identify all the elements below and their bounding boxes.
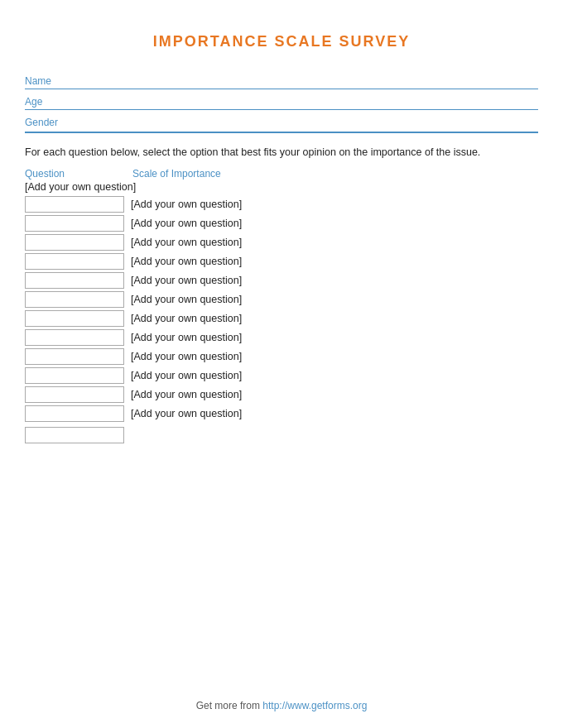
gender-label: Gender bbox=[25, 117, 538, 128]
table-row: [Add your own question] bbox=[25, 367, 538, 384]
question-input-5[interactable] bbox=[25, 291, 124, 308]
question-input-1[interactable] bbox=[25, 215, 124, 232]
question-input-0[interactable] bbox=[25, 196, 124, 213]
table-row: [Add your own question] bbox=[25, 291, 538, 308]
table-row: [Add your own question] bbox=[25, 310, 538, 327]
table-row: [Add your own question] bbox=[25, 386, 538, 403]
page-title: IMPORTANCE SCALE SURVEY bbox=[25, 33, 538, 50]
question-rows: [Add your own question][Add your own que… bbox=[25, 196, 538, 422]
table-row: [Add your own question] bbox=[25, 196, 538, 213]
question-text-9: [Add your own question] bbox=[131, 370, 242, 381]
question-text-1: [Add your own question] bbox=[131, 218, 242, 229]
question-text-10: [Add your own question] bbox=[131, 389, 242, 400]
instructions: For each question below, select the opti… bbox=[25, 146, 538, 158]
table-row: [Add your own question] bbox=[25, 329, 538, 346]
age-label: Age bbox=[25, 96, 538, 108]
question-input-3[interactable] bbox=[25, 253, 124, 270]
gender-line bbox=[25, 132, 538, 133]
table-row: [Add your own question] bbox=[25, 234, 538, 251]
question-text-2: [Add your own question] bbox=[131, 237, 242, 248]
question-text-4: [Add your own question] bbox=[131, 275, 242, 286]
question-input-9[interactable] bbox=[25, 367, 124, 384]
question-text-0: [Add your own question] bbox=[131, 199, 242, 210]
table-row: [Add your own question] bbox=[25, 405, 538, 422]
question-col-header: Question bbox=[25, 168, 132, 180]
table-row: [Add your own question] bbox=[25, 272, 538, 289]
question-input-11[interactable] bbox=[25, 405, 124, 422]
name-line bbox=[25, 89, 538, 89]
last-input[interactable] bbox=[25, 427, 124, 443]
table-row: [Add your own question] bbox=[25, 253, 538, 270]
question-text-5: [Add your own question] bbox=[131, 294, 242, 305]
question-input-2[interactable] bbox=[25, 234, 124, 251]
last-input-row bbox=[25, 424, 538, 443]
footer-link[interactable]: http://www.getforms.org bbox=[262, 700, 367, 711]
table-row: [Add your own question] bbox=[25, 215, 538, 232]
question-input-6[interactable] bbox=[25, 310, 124, 327]
name-field: Name bbox=[25, 75, 538, 89]
footer-text: Get more from bbox=[196, 700, 263, 711]
question-input-4[interactable] bbox=[25, 272, 124, 289]
question-text-3: [Add your own question] bbox=[131, 256, 242, 267]
scale-col-header: Scale of Importance bbox=[132, 168, 221, 180]
age-line bbox=[25, 109, 538, 110]
column-headers: Question Scale of Importance bbox=[25, 168, 538, 180]
table-row: [Add your own question] bbox=[25, 348, 538, 365]
question-input-10[interactable] bbox=[25, 386, 124, 403]
question-text-6: [Add your own question] bbox=[131, 313, 242, 324]
question-input-7[interactable] bbox=[25, 329, 124, 346]
question-text-8: [Add your own question] bbox=[131, 351, 242, 362]
question-text-7: [Add your own question] bbox=[131, 332, 242, 343]
footer: Get more from http://www.getforms.org bbox=[0, 700, 563, 711]
gender-field: Gender bbox=[25, 117, 538, 133]
name-label: Name bbox=[25, 75, 538, 87]
question-text-11: [Add your own question] bbox=[131, 408, 242, 419]
add-question-label: [Add your own question] bbox=[25, 181, 538, 193]
question-input-8[interactable] bbox=[25, 348, 124, 365]
age-field: Age bbox=[25, 96, 538, 110]
